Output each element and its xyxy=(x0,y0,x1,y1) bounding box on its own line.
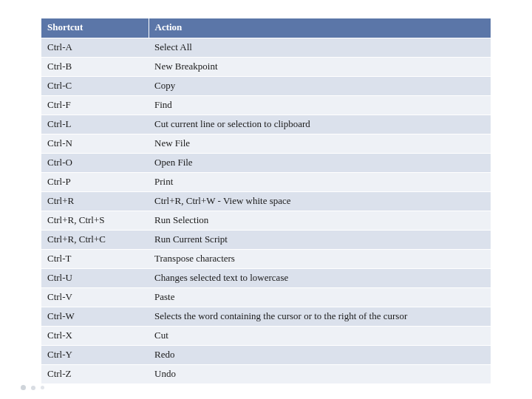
cell-action: Find xyxy=(149,96,491,115)
table-row: Ctrl-O Open File xyxy=(41,154,491,173)
table-row: Ctrl-X Cut xyxy=(41,327,491,346)
cell-shortcut: Ctrl-V xyxy=(41,288,149,307)
table-row: Ctrl-P Print xyxy=(41,173,491,192)
table-row: Ctrl-L Cut current line or selection to … xyxy=(41,115,491,134)
col-header-action: Action xyxy=(149,18,491,38)
cell-action: Open File xyxy=(149,154,491,173)
cell-action: Transpose characters xyxy=(149,250,491,269)
dot-icon xyxy=(31,386,35,390)
cell-action: Select All xyxy=(149,38,491,58)
cell-action: Ctrl+R, Ctrl+W - View white space xyxy=(149,192,491,211)
dot-icon xyxy=(41,386,44,389)
cell-action: Cut current line or selection to clipboa… xyxy=(149,115,491,134)
cell-shortcut: Ctrl-W xyxy=(41,307,149,327)
cell-shortcut: Ctrl-F xyxy=(41,96,149,115)
table-row: Ctrl+R, Ctrl+C Run Current Script xyxy=(41,231,491,250)
table-row: Ctrl-U Changes selected text to lowercas… xyxy=(41,269,491,288)
cell-shortcut: Ctrl+R, Ctrl+S xyxy=(41,211,149,231)
cell-shortcut: Ctrl+R xyxy=(41,192,149,211)
cell-shortcut: Ctrl-O xyxy=(41,154,149,173)
table-row: Ctrl-N New File xyxy=(41,134,491,154)
table-row: Ctrl-B New Breakpoint xyxy=(41,58,491,77)
cell-action: Paste xyxy=(149,288,491,307)
cell-shortcut: Ctrl-L xyxy=(41,115,149,134)
cell-shortcut: Ctrl-C xyxy=(41,77,149,96)
cell-action: New File xyxy=(149,134,491,154)
table-row: Ctrl-Z Undo xyxy=(41,365,491,384)
cell-action: Cut xyxy=(149,327,491,346)
table-row: Ctrl-A Select All xyxy=(41,38,491,58)
cell-shortcut: Ctrl-X xyxy=(41,327,149,346)
col-header-shortcut: Shortcut xyxy=(41,18,149,38)
cell-shortcut: Ctrl-P xyxy=(41,173,149,192)
table-row: Ctrl-V Paste xyxy=(41,288,491,307)
dot-icon xyxy=(21,385,26,390)
table-row: Ctrl+R Ctrl+R, Ctrl+W - View white space xyxy=(41,192,491,211)
cell-action: Changes selected text to lowercase xyxy=(149,269,491,288)
cell-shortcut: Ctrl+R, Ctrl+C xyxy=(41,231,149,250)
cell-shortcut: Ctrl-N xyxy=(41,134,149,154)
cell-action: Undo xyxy=(149,365,491,384)
table-row: Ctrl+R, Ctrl+S Run Selection xyxy=(41,211,491,231)
cell-action: Redo xyxy=(149,346,491,365)
cell-shortcut: Ctrl-T xyxy=(41,250,149,269)
cell-shortcut: Ctrl-Z xyxy=(41,365,149,384)
table-row: Ctrl-C Copy xyxy=(41,77,491,96)
cell-action: Selects the word containing the cursor o… xyxy=(149,307,491,327)
cell-action: Copy xyxy=(149,77,491,96)
cell-action: New Breakpoint xyxy=(149,58,491,77)
cell-action: Print xyxy=(149,173,491,192)
cell-action: Run Current Script xyxy=(149,231,491,250)
table-row: Ctrl-Y Redo xyxy=(41,346,491,365)
table-header-row: Shortcut Action xyxy=(41,18,491,38)
shortcuts-table: Shortcut Action Ctrl-A Select All Ctrl-B… xyxy=(41,18,491,383)
decorative-dots xyxy=(21,385,44,390)
cell-shortcut: Ctrl-A xyxy=(41,38,149,58)
cell-shortcut: Ctrl-B xyxy=(41,58,149,77)
cell-shortcut: Ctrl-Y xyxy=(41,346,149,365)
cell-action: Run Selection xyxy=(149,211,491,231)
table-row: Ctrl-T Transpose characters xyxy=(41,250,491,269)
table-row: Ctrl-F Find xyxy=(41,96,491,115)
table-row: Ctrl-W Selects the word containing the c… xyxy=(41,307,491,327)
cell-shortcut: Ctrl-U xyxy=(41,269,149,288)
slide-page: Shortcut Action Ctrl-A Select All Ctrl-B… xyxy=(0,0,532,399)
